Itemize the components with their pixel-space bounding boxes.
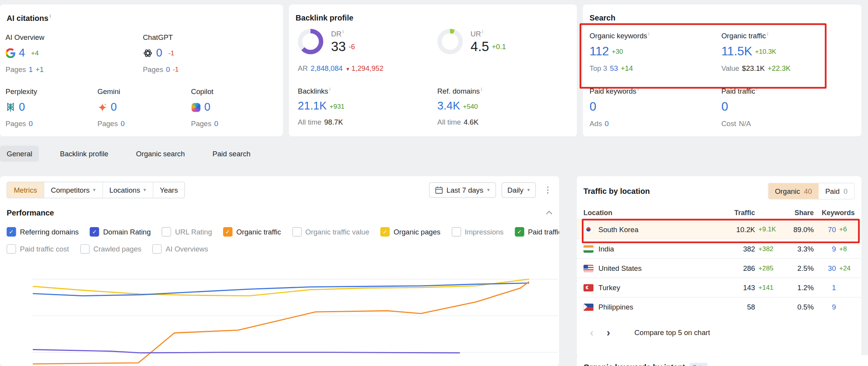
chevron-down-icon: ▾ [487,187,489,193]
next-page-button[interactable]: › [600,324,617,341]
traffic-by-location-title: Traffic by location [583,187,650,196]
collapse-chevron-icon[interactable] [546,210,553,215]
ur-donut-chart [437,29,463,54]
info-icon[interactable]: i [329,86,331,92]
flag-icon-turkey [583,284,593,291]
organic-toggle-button[interactable]: Organic40 [768,183,819,199]
flag-icon-philippines [583,303,593,311]
down-triangle-icon: ▼ [345,67,350,72]
location-table-footer: ‹ › Compare top 5 on chart [577,323,861,341]
keywords-link[interactable]: 30 [814,264,836,272]
checkbox-checked-icon: ✓ [380,227,390,236]
info-icon[interactable]: i [767,31,768,36]
tab-paid-search[interactable]: Paid search [206,145,257,162]
locations-button[interactable]: Locations▾ [102,182,153,198]
copilot-icon [191,102,201,112]
report-tabs: General Backlink profile Organic search … [0,145,257,162]
checkbox-unchecked-icon [292,227,301,236]
organic-keywords-block: Organic keywordsi 112+30 Top 353+14 [590,31,717,73]
ref-domains-block: Ref. domainsi 3.4K+540 All time4.6K [437,86,564,127]
metric-checkbox-url-rating[interactable]: URL Rating [162,227,212,236]
backlinks-block: Backlinksi 21.1K+931 All time98.7K [298,86,425,127]
backlink-profile-title: Backlink profile [296,13,353,22]
metric-checkbox-paid-traffic-cost[interactable]: Paid traffic cost [7,244,69,253]
tab-backlink-profile[interactable]: Backlink profile [53,145,115,162]
keywords-link[interactable]: 9 [814,245,836,253]
checkbox-checked-icon: ✓ [90,227,99,236]
checkbox-unchecked-icon [80,244,89,253]
tab-general[interactable]: General [0,145,39,162]
checkbox-checked-icon: ✓ [515,227,524,236]
table-row-india[interactable]: India 382 +382 3.3% 9 +8 [577,239,861,258]
info-icon[interactable]: i [49,13,51,19]
url-rating-block: URi 4.5+0.1 [437,29,506,54]
checkbox-unchecked-icon [452,227,461,236]
metric-checkbox-organic-traffic-value[interactable]: Organic traffic value [292,227,369,236]
metrics-button[interactable]: Metrics [7,182,44,198]
performance-section-title: Performance [7,208,54,217]
paid-traffic-block: Paid traffici 0 CostN/A [721,86,849,128]
granularity-button[interactable]: Daily▾ [501,182,536,198]
tab-organic-search[interactable]: Organic search [130,145,192,162]
info-icon[interactable]: i [756,86,757,92]
checkbox-checked-icon: ✓ [7,227,16,236]
date-range-button[interactable]: Last 7 days ▾ [429,182,496,198]
checkbox-unchecked-icon [152,244,162,253]
metric-checkbox-domain-rating[interactable]: ✓Domain Rating [90,227,150,236]
chevron-down-icon: ▾ [93,187,95,193]
metric-checkbox-ai-overviews[interactable]: AI Overviews [152,244,208,253]
kebab-icon: ⋮ [544,185,552,194]
keywords-link[interactable]: 9 [814,303,836,311]
metric-checkbox-impressions[interactable]: Impressions [452,227,504,236]
metric-checkbox-row-1: ✓Referring domains ✓Domain Rating URL Ra… [7,227,559,236]
performance-card: Metrics Competitors▾ Locations▾ Years La… [0,176,559,366]
metric-checkbox-organic-traffic[interactable]: ✓Organic traffic [223,227,281,236]
table-row-united-states[interactable]: United States 286 +285 2.5% 30 +24 [577,258,861,277]
organic-keywords-by-intent-card: Organic keywords by intentBeta [577,355,868,366]
info-icon[interactable]: i [481,86,482,92]
organic-traffic-block: Organic traffici 11.5K+10.3K Value$23.1K… [721,31,849,73]
search-title: Search [590,13,616,22]
traffic-by-location-card: Traffic by location Organic40 Paid0 Loca… [577,176,861,357]
compare-top-5-link[interactable]: Compare top 5 on chart [634,328,710,336]
competitors-button[interactable]: Competitors▾ [44,182,102,198]
metric-checkbox-organic-pages[interactable]: ✓Organic pages [380,227,440,236]
ahrefs-rank-line: AR 2,848,084 ▼1,294,952 [298,64,383,72]
table-row-south-korea[interactable]: South Korea 10.2K +9.1K 89.0% 70 +6 [577,219,861,239]
info-icon[interactable]: i [648,31,650,36]
checkbox-checked-icon: ✓ [223,227,232,236]
table-row-turkey[interactable]: Turkey 143 +141 1.2% 1 [577,277,861,297]
flag-icon-india [583,245,593,253]
chevron-down-icon: ▾ [527,187,530,193]
ai-item-chatgpt: ChatGPT 0 -1 Pages 0 -1 [143,33,231,74]
paid-keywords-block: Paid keywordsi 0 Ads0 [590,86,717,128]
keywords-link[interactable]: 70 [814,225,836,233]
table-row-philippines[interactable]: Philippines 58 0.5% 9 [577,297,861,316]
previous-page-button[interactable]: ‹ [583,324,600,341]
ai-item-copilot: Copilot 0 Pages 0 [191,87,280,128]
app-canvas: AI citationsi AI Overview 4 +4 Pages 1 +… [0,0,868,366]
info-icon[interactable]: i [638,86,639,92]
ai-citations-card: AI citationsi AI Overview 4 +4 Pages 1 +… [0,4,283,136]
info-icon[interactable]: i [343,29,344,34]
domain-rating-block: DRi 33-6 [298,29,355,54]
dr-donut-chart [298,29,323,54]
chatgpt-icon [143,48,153,58]
organic-intent-title: Organic keywords by intent [583,363,685,366]
performance-line-chart [0,255,559,366]
backlink-profile-card: Backlink profile DRi 33-6 AR 2,848,084 ▼… [289,4,577,136]
years-button[interactable]: Years [153,182,185,198]
google-icon [5,48,15,58]
checkbox-unchecked-icon [162,227,171,236]
chart-config-group: Metrics Competitors▾ Locations▾ Years [7,182,185,198]
metric-checkbox-paid-traffic[interactable]: ✓Paid traffic [515,227,559,236]
keywords-link[interactable]: 1 [814,283,836,291]
paid-toggle-button[interactable]: Paid0 [819,183,854,199]
metric-checkbox-referring-domains[interactable]: ✓Referring domains [7,227,78,236]
location-table-header: Location Traffic Share Keywords [577,206,861,219]
ai-item-ai-overview: AI Overview 4 +4 Pages 1 +1 [5,33,94,74]
metric-checkbox-crawled-pages[interactable]: Crawled pages [80,244,142,253]
info-icon[interactable]: i [482,29,483,34]
calendar-icon [435,186,443,194]
more-options-button[interactable]: ⋮ [540,182,552,198]
